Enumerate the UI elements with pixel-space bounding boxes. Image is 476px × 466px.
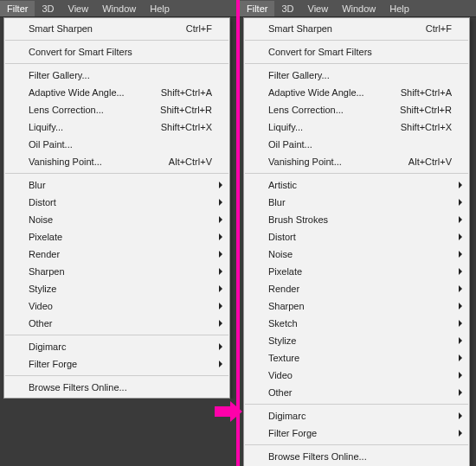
menu-item-noise[interactable]: Noise — [4, 211, 229, 228]
menu-item-digimarc[interactable]: Digimarc — [244, 407, 469, 425]
menu-item-shortcut: Shift+Ctrl+R — [400, 105, 452, 115]
menu-item-shortcut: Alt+Ctrl+V — [169, 156, 212, 167]
menu-item-adaptive-wide-angle[interactable]: Adaptive Wide Angle...Shift+Ctrl+A — [244, 84, 469, 101]
menu-item-label: Other — [268, 387, 452, 398]
menu-item-render[interactable]: Render — [244, 280, 469, 297]
menu-item-convert-for-smart-filters[interactable]: Convert for Smart Filters — [244, 43, 469, 61]
menu-item-smart-sharpen[interactable]: Smart SharpenCtrl+F — [4, 20, 229, 37]
menu-separator — [245, 444, 468, 445]
menu-item-label: Distort — [29, 197, 212, 207]
menu-window[interactable]: Window — [335, 1, 383, 16]
menu-item-liquify[interactable]: Liquify...Shift+Ctrl+X — [244, 118, 469, 136]
menu-item-adaptive-wide-angle[interactable]: Adaptive Wide Angle...Shift+Ctrl+A — [4, 84, 229, 101]
menu-item-liquify[interactable]: Liquify...Shift+Ctrl+X — [4, 118, 229, 136]
menu-item-sharpen[interactable]: Sharpen — [244, 297, 469, 315]
menu-item-pixelate[interactable]: Pixelate — [244, 263, 469, 280]
menu-item-label: Stylize — [268, 335, 452, 346]
menu-item-label: Other — [29, 318, 212, 329]
menu-item-label: Vanishing Point... — [268, 156, 400, 167]
menu-item-label: Liquify... — [29, 122, 152, 132]
menu-item-brush-strokes[interactable]: Brush Strokes — [244, 211, 469, 228]
menu-item-oil-paint[interactable]: Oil Paint... — [4, 136, 229, 153]
comparison-divider — [236, 0, 240, 466]
menu-item-browse-filters-online[interactable]: Browse Filters Online... — [244, 448, 469, 465]
menu-item-label: Filter Forge — [29, 359, 212, 369]
menu-item-vanishing-point[interactable]: Vanishing Point...Alt+Ctrl+V — [4, 153, 229, 170]
menu-item-shortcut: Shift+Ctrl+A — [401, 87, 452, 98]
menu-item-label: Convert for Smart Filters — [29, 47, 212, 57]
menu-item-digimarc[interactable]: Digimarc — [4, 338, 229, 355]
menu-item-lens-correction[interactable]: Lens Correction...Shift+Ctrl+R — [4, 101, 229, 118]
menu-item-blur[interactable]: Blur — [4, 176, 229, 194]
menu-separator — [5, 375, 228, 376]
menu-3d[interactable]: 3D — [274, 1, 300, 16]
menu-item-distort[interactable]: Distort — [244, 228, 469, 246]
menu-item-shortcut: Ctrl+F — [186, 23, 212, 34]
menu-item-browse-filters-online[interactable]: Browse Filters Online... — [4, 379, 229, 396]
menubar-right: Filter3DViewWindowHelp — [240, 0, 476, 17]
menu-item-oil-paint[interactable]: Oil Paint... — [244, 136, 469, 153]
menu-item-video[interactable]: Video — [244, 367, 469, 384]
menu-item-label: Filter Gallery... — [29, 70, 212, 80]
menu-separator — [245, 63, 468, 64]
menu-item-filter-gallery[interactable]: Filter Gallery... — [244, 67, 469, 84]
menu-item-label: Stylize — [29, 284, 212, 294]
menu-item-label: Sharpen — [268, 301, 452, 311]
menu-window[interactable]: Window — [95, 1, 143, 16]
menu-item-noise[interactable]: Noise — [244, 246, 469, 263]
menu-item-filter-forge[interactable]: Filter Forge — [4, 355, 229, 373]
menu-item-convert-for-smart-filters[interactable]: Convert for Smart Filters — [4, 43, 229, 61]
left-panel: Filter3DViewWindowHelp Smart SharpenCtrl… — [0, 0, 236, 466]
menu-item-label: Digimarc — [268, 411, 452, 421]
menu-separator — [5, 335, 228, 335]
menu-item-label: Digimarc — [29, 342, 212, 352]
menu-help[interactable]: Help — [383, 1, 416, 16]
menu-item-blur[interactable]: Blur — [244, 194, 469, 211]
menu-view[interactable]: View — [301, 1, 336, 16]
menu-3d[interactable]: 3D — [35, 1, 61, 16]
menu-item-stylize[interactable]: Stylize — [244, 332, 469, 349]
menu-item-label: Liquify... — [268, 122, 392, 132]
menu-item-render[interactable]: Render — [4, 246, 229, 263]
menu-item-filter-gallery[interactable]: Filter Gallery... — [4, 67, 229, 84]
menu-item-sketch[interactable]: Sketch — [244, 315, 469, 332]
menu-help[interactable]: Help — [143, 1, 177, 16]
menu-item-shortcut: Shift+Ctrl+A — [161, 87, 212, 98]
menu-item-label: Pixelate — [268, 266, 452, 277]
menu-item-lens-correction[interactable]: Lens Correction...Shift+Ctrl+R — [244, 101, 469, 118]
menu-item-label: Render — [29, 249, 212, 259]
menu-item-label: Vanishing Point... — [29, 156, 160, 167]
menu-view[interactable]: View — [61, 1, 96, 16]
menu-separator — [5, 40, 228, 41]
menu-item-distort[interactable]: Distort — [4, 194, 229, 211]
menu-item-label: Texture — [268, 353, 452, 363]
menu-item-video[interactable]: Video — [4, 297, 229, 315]
right-panel: Filter3DViewWindowHelp Smart SharpenCtrl… — [240, 0, 476, 466]
menu-item-vanishing-point[interactable]: Vanishing Point...Alt+Ctrl+V — [244, 153, 469, 170]
menu-item-other[interactable]: Other — [244, 384, 469, 401]
menu-filter[interactable]: Filter — [240, 1, 274, 16]
menu-item-label: Browse Filters Online... — [29, 382, 212, 393]
menu-separator — [245, 40, 468, 41]
menu-item-other[interactable]: Other — [4, 315, 229, 332]
menu-filter[interactable]: Filter — [0, 1, 35, 16]
menu-item-label: Browse Filters Online... — [268, 451, 452, 462]
menu-item-sharpen[interactable]: Sharpen — [4, 263, 229, 280]
menubar-left: Filter3DViewWindowHelp — [0, 0, 236, 17]
menu-item-label: Artistic — [268, 180, 452, 190]
menu-item-label: Filter Forge — [268, 428, 452, 438]
menu-item-texture[interactable]: Texture — [244, 349, 469, 367]
menu-item-label: Noise — [268, 249, 452, 259]
menu-item-label: Blur — [268, 197, 452, 207]
menu-item-label: Lens Correction... — [29, 105, 151, 115]
menu-item-shortcut: Alt+Ctrl+V — [408, 156, 452, 167]
menu-item-stylize[interactable]: Stylize — [4, 280, 229, 297]
menu-item-label: Oil Paint... — [268, 139, 452, 150]
menu-item-artistic[interactable]: Artistic — [244, 176, 469, 194]
menu-item-label: Adaptive Wide Angle... — [29, 87, 152, 98]
menu-item-pixelate[interactable]: Pixelate — [4, 228, 229, 246]
menu-item-smart-sharpen[interactable]: Smart SharpenCtrl+F — [244, 20, 469, 37]
menu-item-filter-forge[interactable]: Filter Forge — [244, 425, 469, 442]
menu-item-label: Smart Sharpen — [29, 23, 177, 34]
menu-item-label: Distort — [268, 232, 452, 242]
